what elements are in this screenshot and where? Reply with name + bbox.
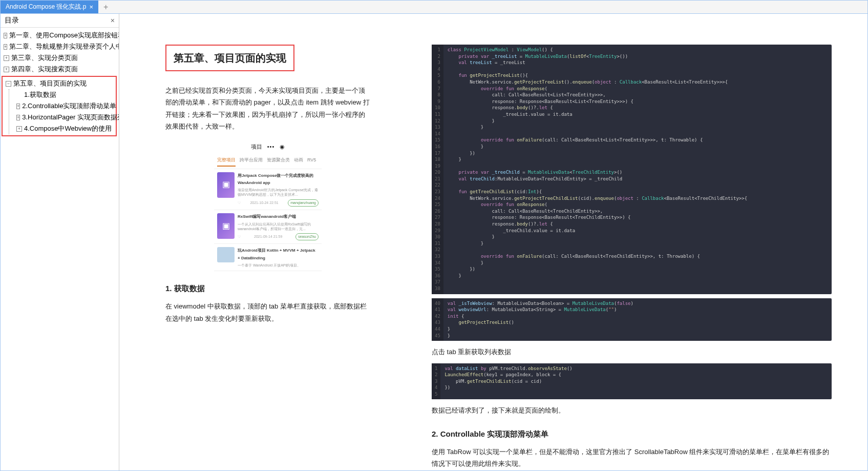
card-title: 用Jetpack Compose做一个完成度较高的WanAndroid app: [238, 172, 319, 187]
phone-title: 项目: [251, 142, 262, 152]
card-footer: ♡ 2021-09-14 21:59 seasonZhu: [238, 233, 319, 241]
phone-card: 玩Android项目 Kotlin + MVVM + Jetpack + Dat…: [214, 244, 322, 271]
phone-tab: 动画: [294, 156, 303, 166]
highlight-box: −第五章、项目页面的实现 1.获取数据 +2.Controllable实现顶部滑…: [2, 76, 117, 136]
card-footer: ♡ 2021-10-24 22:51 manqianzhuang: [238, 199, 319, 207]
heart-icon: ♡: [238, 234, 241, 240]
card-title: 玩Android项目 Kotlin + MVVM + Jetpack + Dat…: [238, 247, 319, 262]
card-badge: seasonZhu: [295, 233, 319, 241]
intro-paragraph: 之前已经实现首页和分类页面，今天来实现项目页面，主要是一个顶部的滑动菜单，和下面…: [165, 85, 370, 133]
document-tab[interactable]: Android Compose 强化实战.p ×: [1, 1, 98, 13]
card-badge: manqianzhuang: [288, 199, 319, 207]
outline-chapter-1[interactable]: +第一章、使用Compose实现底部按钮和首页: [1, 30, 119, 41]
section-heading-2: 2. Controllable 实现顶部滑动菜单: [432, 427, 832, 441]
line-numbers: 12345: [432, 363, 440, 400]
card-desc: 项目使用Android官方的Jetpack Compose完成，遵循MVVM架构…: [238, 188, 319, 197]
expand-icon[interactable]: +: [16, 104, 20, 109]
outline-section-4[interactable]: +4.Compose中Webview的使用: [9, 123, 116, 134]
expand-icon[interactable]: +: [16, 115, 20, 120]
page-left: 第五章、项目页面的实现 之前已经实现首页和分类页面，今天来实现项目页面，主要是一…: [135, 24, 401, 460]
target-icon: ◉: [280, 142, 285, 152]
section-heading-1: 1. 获取数据: [165, 281, 370, 295]
card-time: 2021-09-14 21:59: [254, 234, 282, 240]
app-window: Android Compose 强化实战.p × + 目录 × +第一章、使用C…: [0, 0, 868, 471]
leaf-icon: [16, 92, 22, 98]
code-text: class ProjectViewModel : ViewModel() { p…: [443, 45, 751, 294]
code-block-3: 12345 val dataList by pVM.treeChild.obse…: [432, 363, 832, 400]
sidebar-close-icon[interactable]: ×: [111, 16, 115, 25]
tab-bar: Android Compose 强化实战.p × +: [1, 1, 867, 14]
expand-icon[interactable]: +: [16, 126, 22, 132]
card-thumb: [217, 247, 235, 262]
line-numbers: 1234567891011121314151617181920212223242…: [432, 45, 443, 294]
card-desc: 一个基于 WanAndroid 开放API的项目。: [238, 263, 319, 268]
expand-icon[interactable]: +: [4, 67, 9, 72]
expand-icon[interactable]: +: [4, 44, 7, 50]
phone-card: ▣ 用Jetpack Compose做一个完成度较高的WanAndroid ap…: [214, 169, 322, 211]
card-body: RxSwift编写wanandroid客户端 一个从入坑到出坑再到入坑使用RxS…: [238, 213, 319, 240]
code-text: val _isToWebview: MutableLiveData<Boolea…: [443, 298, 638, 341]
more-icon: •••: [267, 142, 275, 152]
chapter-title: 第五章、项目页面的实现: [174, 49, 286, 67]
code-text: val dataList by pVM.treeChild.observeAsS…: [440, 363, 576, 400]
sidebar-header: 目录 ×: [1, 14, 119, 28]
outline-children: 1.获取数据 +2.Controllable实现顶部滑动菜单 +3.Horizo…: [9, 89, 116, 134]
section-para-2: 使用 TabRow 可以实现一个菜单栏，但是不能滑动，这里官方推出了 Scrol…: [432, 446, 832, 470]
outline-chapter-3[interactable]: +第三章、实现分类页面: [1, 52, 119, 64]
caption-2: 数据已经请求到了，接下来就是页面的绘制。: [432, 404, 832, 416]
phone-tab: 资源聚合类: [267, 156, 290, 166]
collapse-icon[interactable]: −: [6, 81, 11, 87]
phone-card: ▣ RxSwift编写wanandroid客户端 一个从入坑到出坑再到入坑使用R…: [214, 210, 322, 244]
tab-title: Android Compose 强化实战.p: [6, 3, 86, 11]
card-desc: 一个从入坑到出坑再到入坑使用RxSwift编写的wanandroid客户端，所谓…: [238, 222, 319, 231]
main-area: 目录 × +第一章、使用Compose实现底部按钮和首页 +第二章、导航规整并实…: [1, 14, 867, 470]
tab-add-button[interactable]: +: [98, 1, 113, 13]
outline-section-2[interactable]: +2.Controllable实现顶部滑动菜单: [9, 100, 116, 112]
card-body: 用Jetpack Compose做一个完成度较高的WanAndroid app …: [238, 172, 319, 207]
outline-tree: +第一章、使用Compose实现底部按钮和首页 +第二章、导航规整并实现登录页个…: [1, 28, 119, 139]
tab-close-icon[interactable]: ×: [89, 3, 93, 11]
card-title: RxSwift编写wanandroid客户端: [238, 213, 319, 220]
phone-tabs: 完整项目 跨平台应用 资源聚合类 动画 RV5: [214, 154, 322, 169]
expand-icon[interactable]: +: [4, 33, 7, 38]
outline-section-3[interactable]: +3.HorizontalPager 实现页面数据列表: [9, 112, 116, 123]
card-time: 2021-10-24 22:51: [250, 200, 278, 207]
sidebar-title: 目录: [5, 16, 19, 25]
outline-chapter-4[interactable]: +第四章、实现搜索页面: [1, 64, 119, 75]
card-thumb: ▣: [217, 172, 235, 198]
line-numbers: 404142434445: [432, 298, 443, 341]
outline-chapter-2[interactable]: +第二章、导航规整并实现登录页个人中心页: [1, 41, 119, 52]
heart-icon: ♡: [238, 200, 241, 207]
phone-tab: 跨平台应用: [240, 156, 263, 166]
phone-mockup: 项目 ••• ◉ 完整项目 跨平台应用 资源聚合类 动画 RV5 ▣: [214, 140, 322, 272]
caption-1: 点击 tab 重新获取列表数据: [432, 346, 832, 358]
phone-tab: RV5: [307, 156, 316, 166]
code-block-1: 1234567891011121314151617181920212223242…: [432, 45, 832, 294]
chapter-title-box: 第五章、项目页面的实现: [165, 45, 294, 71]
card-body: 玩Android项目 Kotlin + MVVM + Jetpack + Dat…: [238, 247, 319, 268]
outline-sidebar: 目录 × +第一章、使用Compose实现底部按钮和首页 +第二章、导航规整并实…: [1, 14, 119, 470]
phone-tab: 完整项目: [217, 156, 236, 166]
outline-chapter-5[interactable]: −第五章、项目页面的实现: [3, 78, 116, 89]
page-right: 1234567891011121314151617181920212223242…: [421, 24, 852, 460]
card-thumb: ▣: [217, 213, 235, 239]
expand-icon[interactable]: +: [4, 55, 9, 61]
code-block-2: 404142434445 val _isToWebview: MutableLi…: [432, 298, 832, 341]
outline-section-1[interactable]: 1.获取数据: [9, 89, 116, 100]
section-para-1: 在 viewmodel 中获取数据，顶部的 tab 菜单栏直接获取，底部数据栏在…: [165, 300, 370, 324]
document-viewport[interactable]: 第五章、项目页面的实现 之前已经实现首页和分类页面，今天来实现项目页面，主要是一…: [119, 14, 867, 470]
phone-header: 项目 ••• ◉: [214, 140, 322, 154]
